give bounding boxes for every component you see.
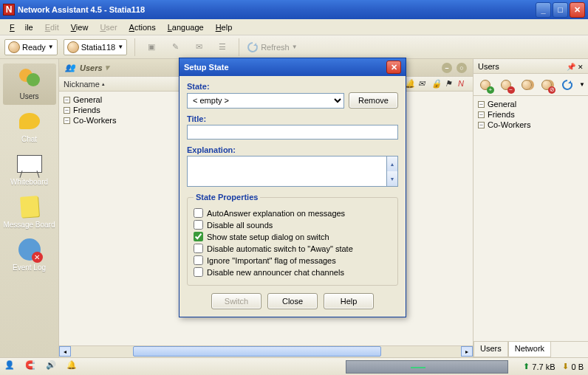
tree-group-label: Co-Workers [488,120,530,129]
tree-group[interactable]: −General [478,99,584,109]
scroll-thumb[interactable] [133,346,381,357]
right-tree: −General −Friends −Co-Workers [474,96,588,341]
explanation-textarea[interactable] [187,156,387,187]
chk-show-setup[interactable]: Show state setup dialog on switch [194,232,392,241]
col-icon-1[interactable]: 🔔 [405,79,415,89]
state-combo[interactable]: Ready ▼ [4,39,58,55]
toolbar-btn-4[interactable]: ☰ [213,38,231,56]
chk-disable-announcer[interactable]: Disable new announcer chat channels [194,267,392,277]
col-icon-3[interactable]: 🔒 [431,79,442,89]
network-graph [346,360,508,374]
message-board-icon [15,194,44,219]
collapse-icon[interactable]: − [64,107,70,114]
col-icon-5[interactable]: N [458,79,468,89]
chevron-down-icon: ▼ [292,44,298,50]
window-title: Network Assistant 4.5 - Statia118 [18,5,145,14]
chk-show-setup-box[interactable] [194,232,203,241]
column-nickname[interactable]: Nickname [64,80,100,89]
panel-close-icon[interactable] [578,62,584,71]
toolbar-btn-3[interactable]: ✉ [190,38,208,56]
pin-icon[interactable] [567,62,575,71]
help-button[interactable]: Help [324,293,374,309]
tree-group-label: General [73,95,102,104]
chk-ignore-important[interactable]: Ignore "Important" flag of messages [194,255,392,265]
tree-group-label: Co-Workers [73,116,116,125]
collapse-icon[interactable]: − [478,101,485,108]
tab-users[interactable]: Users [474,342,508,357]
remove-button[interactable]: Remove [349,92,398,109]
state-label: State: [187,82,398,91]
chk-disable-away-box[interactable] [194,244,203,253]
menu-view[interactable]: View [66,21,94,33]
nav-event-log[interactable]: Event Log [3,235,56,276]
menu-edit: Edit [40,21,64,33]
status-icon-1[interactable]: 👤 [4,360,18,374]
scroll-down-icon[interactable]: ▼ [387,171,397,186]
dialog-titlebar[interactable]: Setup State ✕ [180,58,406,76]
status-bar: 👤 🧲 🔊 🔔 ⬆7.7 kB ⬇0 B [0,357,588,375]
status-icon-4[interactable]: 🔔 [66,360,80,374]
toolbar-btn-2[interactable]: ✎ [166,38,184,56]
chk-disable-away[interactable]: Disable automatic switch to "Away" state [194,244,392,253]
chevron-down-icon[interactable]: ▼ [579,81,585,88]
dialog-close-button[interactable]: ✕ [386,61,401,74]
right-refresh-button[interactable] [558,76,576,94]
textarea-scroll[interactable]: ▲▼ [387,156,398,187]
group-add-button[interactable] [518,76,536,94]
tree-group[interactable]: −Friends [478,109,584,120]
nav-users[interactable]: Users [3,63,56,105]
scroll-left-icon[interactable]: ◂ [59,346,71,357]
menu-help[interactable]: Help [211,21,238,33]
center-panel-title: Users [80,63,103,72]
state-select[interactable]: < empty > [187,93,344,109]
download-stat: ⬇0 B [562,362,584,371]
chk-ignore-important-box[interactable] [194,255,203,265]
toolbar-separator [239,38,239,56]
refresh-icon [247,41,259,53]
window-titlebar: N Network Assistant 4.5 - Statia118 _ □ … [0,0,588,19]
panel-minimize-icon[interactable]: – [442,63,452,73]
user-head-icon [8,41,20,53]
chevron-down-icon[interactable]: ▾ [105,63,109,72]
add-user-button[interactable]: + [476,76,494,94]
tab-network[interactable]: Network [508,342,551,357]
remove-user-button[interactable]: − [497,76,515,94]
status-icon-3[interactable]: 🔊 [46,360,59,374]
menu-language[interactable]: Language [163,21,209,33]
nav-whiteboard[interactable]: Whiteboard [3,149,56,190]
col-icon-2[interactable]: ✉ [418,79,428,89]
collapse-icon[interactable]: − [478,111,485,118]
toolbar-btn-1[interactable]: ▣ [143,38,160,56]
menu-file[interactable]: File [4,21,38,33]
panel-close-icon[interactable]: ○ [457,63,467,73]
window-close-button[interactable]: ✕ [570,2,585,18]
collapse-icon[interactable]: − [64,117,70,124]
nav-message-board[interactable]: Message Board [3,192,56,233]
chk-autoanswer[interactable]: AutoAnswer explanation on messages [194,208,392,218]
left-nav: Users Chat Whiteboard Message Board Even… [0,59,59,357]
minimize-button[interactable]: _ [536,2,551,18]
chk-disable-sounds-box[interactable] [194,220,203,230]
refresh-button[interactable]: Refresh ▼ [247,41,297,53]
sort-icon: ▴ [102,81,105,87]
chk-disable-sounds[interactable]: Disable all sounds [194,220,392,230]
chk-autoanswer-box[interactable] [194,208,203,218]
title-input[interactable] [187,125,398,140]
scroll-up-icon[interactable]: ▲ [387,156,397,171]
tree-group[interactable]: −Co-Workers [478,120,584,130]
menu-actions[interactable]: Actions [124,21,161,33]
collapse-icon[interactable]: − [478,122,485,128]
chk-disable-announcer-box[interactable] [194,267,203,277]
collapse-icon[interactable]: − [64,97,70,103]
col-icon-4[interactable]: ⚑ [445,79,455,89]
group-block-button[interactable]: ⊘ [538,76,555,94]
status-icon-2[interactable]: 🧲 [25,360,38,374]
tree-group-label: General [488,100,516,109]
state-properties-legend: State Properties [194,193,260,202]
maximize-button[interactable]: □ [553,2,568,18]
nav-chat[interactable]: Chat [3,106,56,148]
scroll-right-icon[interactable]: ▸ [461,346,473,357]
close-button[interactable]: Close [267,293,318,309]
station-combo[interactable]: Statia118 ▼ [64,39,127,55]
horizontal-scrollbar[interactable]: ◂ ▸ [59,345,473,357]
